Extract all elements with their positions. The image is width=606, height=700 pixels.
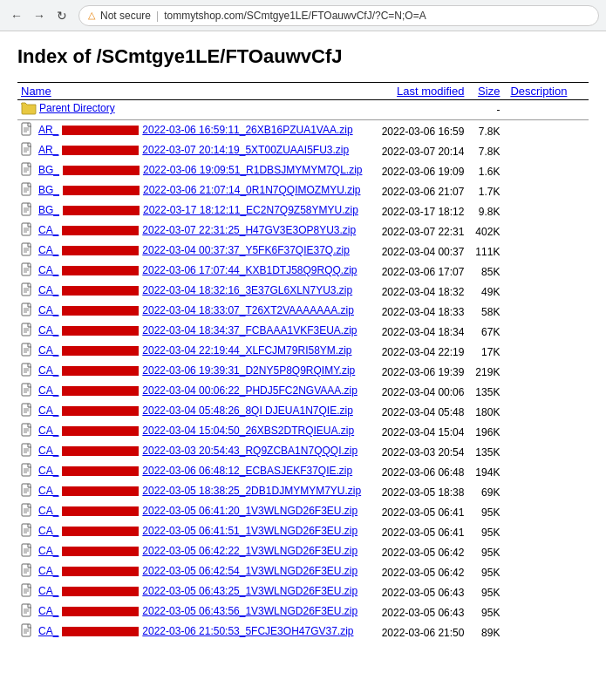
file-suffix: 2022-03-05 06:42:54_1V3WLNGD26F3EU.zip <box>142 565 357 577</box>
table-row: CA_2022-03-04 00:06:22_PHDJ5FC2NGVAAA.zi… <box>17 382 589 402</box>
svg-rect-20 <box>22 223 31 235</box>
parent-dir-link[interactable]: Parent Directory <box>21 101 115 115</box>
redacted-bar <box>62 446 139 456</box>
redacted-bar <box>62 426 139 436</box>
table-row: CA_2022-03-04 18:33:07_T26XT2VAAAAAAA.zi… <box>17 302 589 322</box>
file-link[interactable]: BG_2022-03-17 18:12:11_EC2N7Q9Z58YMYU.zi… <box>21 202 358 218</box>
table-row: CA_2022-03-05 18:38:25_2DB1DJMYMYM7YU.zi… <box>17 482 589 502</box>
file-name-cell: BG_2022-03-17 18:12:11_EC2N7Q9Z58YMYU.zi… <box>17 201 365 221</box>
file-modified: 2022-03-06 06:48 <box>365 462 467 482</box>
parent-dir-label: Parent Directory <box>39 102 115 114</box>
file-link[interactable]: CA_2022-03-05 06:43:56_1V3WLNGD26F3EU.zi… <box>21 603 357 619</box>
redacted-bar <box>62 547 139 556</box>
file-link[interactable]: CA_2022-03-07 22:31:25_H47GV3E3OP8YU3.zi… <box>21 222 356 238</box>
file-size: 135K <box>467 442 503 462</box>
file-suffix: 2022-03-05 06:42:22_1V3WLNGD26F3EU.zip <box>142 545 357 557</box>
back-button[interactable]: ← <box>7 6 26 25</box>
address-bar[interactable]: △ Not secure | tommytshop.com/SCmtgye1LE… <box>78 5 599 26</box>
file-link[interactable]: CA_2022-03-04 18:34:37_FCBAAA1VKF3EUA.zi… <box>21 323 357 338</box>
file-link[interactable]: CA_2022-03-04 00:37:37_Y5FK6F37QIE37Q.zi… <box>21 242 350 258</box>
col-modified-link[interactable]: Last modified <box>397 85 464 98</box>
file-link[interactable]: CA_2022-03-06 21:50:53_5FCJE3OH47GV37.zi… <box>21 623 354 639</box>
file-prefix: CA_ <box>38 625 58 637</box>
file-name-cell: CA_2022-03-05 06:43:56_1V3WLNGD26F3EU.zi… <box>17 602 365 622</box>
file-desc <box>503 282 589 302</box>
col-modified: Last modified <box>365 83 467 100</box>
file-link[interactable]: CA_2022-03-04 18:32:16_3E37GL6XLN7YU3.zi… <box>21 282 352 298</box>
table-row: CA_2022-03-04 18:34:37_FCBAAA1VKF3EUA.zi… <box>17 322 589 342</box>
file-modified: 2022-03-04 18:32 <box>365 282 467 302</box>
file-name-cell: CA_2022-03-04 00:37:37_Y5FK6F37QIE37Q.zi… <box>17 241 365 262</box>
file-suffix: 2022-03-06 17:07:44_KXB1DTJ58Q9RQQ.zip <box>142 264 357 276</box>
file-size: 58K <box>467 302 503 322</box>
file-suffix: 2022-03-04 18:32:16_3E37GL6XLN7YU3.zip <box>142 284 352 296</box>
redacted-bar <box>62 226 139 235</box>
file-size: 135K <box>467 382 503 402</box>
file-link[interactable]: CA_2022-03-05 06:43:25_1V3WLNGD26F3EU.zi… <box>21 583 357 599</box>
file-suffix: 2022-03-04 18:34:37_FCBAAA1VKF3EUA.zip <box>142 324 357 336</box>
parent-modified <box>365 100 467 119</box>
file-link[interactable]: CA_2022-03-05 06:42:54_1V3WLNGD26F3EU.zi… <box>21 563 357 579</box>
file-name-cell: CA_2022-03-04 15:04:50_26XBS2DTRQIEUA.zi… <box>17 422 365 442</box>
file-link[interactable]: AR_2022-03-06 16:59:11_26XB16PZUA1VAA.zi… <box>21 122 353 138</box>
file-suffix: 2022-03-04 00:37:37_Y5FK6F37QIE37Q.zip <box>142 244 350 256</box>
file-prefix: CA_ <box>38 364 58 377</box>
file-suffix: 2022-03-06 21:07:14_0R1N7QQIMOZMYU.zip <box>143 184 360 196</box>
file-link[interactable]: CA_2022-03-04 22:19:44_XLFCJM79RI58YM.zi… <box>21 343 351 358</box>
file-link[interactable]: BG_2022-03-06 21:07:14_0R1N7QQIMOZMYU.zi… <box>21 182 360 198</box>
file-link[interactable]: AR_2022-03-07 20:14:19_5XT00ZUAAI5FU3.zi… <box>21 142 349 158</box>
redacted-bar <box>63 206 140 215</box>
svg-rect-80 <box>22 524 31 536</box>
file-name-cell: CA_2022-03-05 06:42:22_1V3WLNGD26F3EU.zi… <box>17 542 365 562</box>
file-link[interactable]: CA_2022-03-05 06:42:22_1V3WLNGD26F3EU.zi… <box>21 543 357 559</box>
file-name-cell: CA_2022-03-06 17:07:44_KXB1DTJ58Q9RQQ.zi… <box>17 262 365 282</box>
file-link[interactable]: CA_2022-03-05 06:41:20_1V3WLNGD26F3EU.zi… <box>21 503 357 519</box>
reload-button[interactable]: ↻ <box>52 6 71 25</box>
file-suffix: 2022-03-05 06:41:51_1V3WLNGD26F3EU.zip <box>142 525 357 537</box>
file-size: 1.7K <box>467 181 503 201</box>
file-name-cell: CA_2022-03-04 18:34:37_FCBAAA1VKF3EUA.zi… <box>17 322 365 342</box>
file-link[interactable]: CA_2022-03-04 05:48:26_8QI DJEUA1N7QIE.z… <box>21 403 353 418</box>
file-link[interactable]: CA_2022-03-04 00:06:22_PHDJ5FC2NGVAAA.zi… <box>21 383 357 398</box>
file-name-cell: CA_2022-03-05 06:42:54_1V3WLNGD26F3EU.zi… <box>17 562 365 582</box>
table-row: CA_2022-03-07 22:31:25_H47GV3E3OP8YU3.zi… <box>17 221 589 241</box>
svg-rect-36 <box>22 303 31 316</box>
file-link[interactable]: CA_2022-03-05 18:38:25_2DB1DJMYMYM7YU.zi… <box>21 483 361 499</box>
file-desc <box>503 622 589 642</box>
file-desc <box>503 161 589 181</box>
file-desc <box>503 422 589 442</box>
redacted-bar <box>62 306 139 316</box>
table-row: CA_2022-03-06 17:07:44_KXB1DTJ58Q9RQQ.zi… <box>17 262 589 282</box>
file-link[interactable]: CA_2022-03-06 17:07:44_KXB1DTJ58Q9RQQ.zi… <box>21 262 357 278</box>
file-link[interactable]: CA_2022-03-06 06:48:12_ECBASJEKF37QIE.zi… <box>21 463 352 479</box>
file-suffix: 2022-03-06 16:59:11_26XB16PZUA1VAA.zip <box>142 124 352 136</box>
svg-rect-24 <box>22 243 31 255</box>
table-row: CA_2022-03-04 05:48:26_8QI DJEUA1N7QIE.z… <box>17 402 589 422</box>
svg-rect-88 <box>22 564 31 576</box>
file-link[interactable]: BG_2022-03-06 19:09:51_R1DBSJMYMYM7QL.zi… <box>21 162 362 178</box>
file-name-cell: CA_2022-03-04 05:48:26_8QI DJEUA1N7QIE.z… <box>17 402 365 422</box>
file-link[interactable]: CA_2022-03-05 06:41:51_1V3WLNGD26F3EU.zi… <box>21 523 357 539</box>
file-size: 111K <box>467 241 503 262</box>
file-name-cell: CA_2022-03-05 18:38:25_2DB1DJMYMYM7YU.zi… <box>17 482 365 502</box>
file-size: 85K <box>467 262 503 282</box>
table-row: CA_2022-03-05 06:41:20_1V3WLNGD26F3EU.zi… <box>17 502 589 522</box>
file-prefix: CA_ <box>38 324 58 336</box>
file-modified: 2022-03-04 18:33 <box>365 302 467 322</box>
col-size-link[interactable]: Size <box>478 85 500 98</box>
file-desc <box>503 602 589 622</box>
table-row: CA_2022-03-05 06:43:56_1V3WLNGD26F3EU.zi… <box>17 602 589 622</box>
table-row: BG_2022-03-17 18:12:11_EC2N7Q9Z58YMYU.zi… <box>17 201 589 221</box>
file-desc <box>503 241 589 262</box>
file-suffix: 2022-03-04 05:48:26_8QI DJEUA1N7QIE.zip <box>142 404 352 417</box>
file-link[interactable]: CA_2022-03-04 15:04:50_26XBS2DTRQIEUA.zi… <box>21 423 354 438</box>
file-link[interactable]: CA_2022-03-03 20:54:43_RQ9ZCBA1N7QQQI.zi… <box>21 443 357 459</box>
redacted-bar <box>62 266 139 275</box>
col-desc-link[interactable]: Description <box>510 85 567 98</box>
file-suffix: 2022-03-05 18:38:25_2DB1DJMYMYM7YU.zip <box>142 485 361 497</box>
forward-button[interactable]: → <box>30 6 49 25</box>
file-link[interactable]: CA_2022-03-04 18:33:07_T26XT2VAAAAAAA.zi… <box>21 302 354 318</box>
file-link[interactable]: CA_2022-03-06 19:39:31_D2NY5P8Q9RQIMY.zi… <box>21 363 355 378</box>
col-name-link[interactable]: Name <box>21 85 51 98</box>
file-name-cell: CA_2022-03-06 21:50:53_5FCJE3OH47GV37.zi… <box>17 622 365 642</box>
